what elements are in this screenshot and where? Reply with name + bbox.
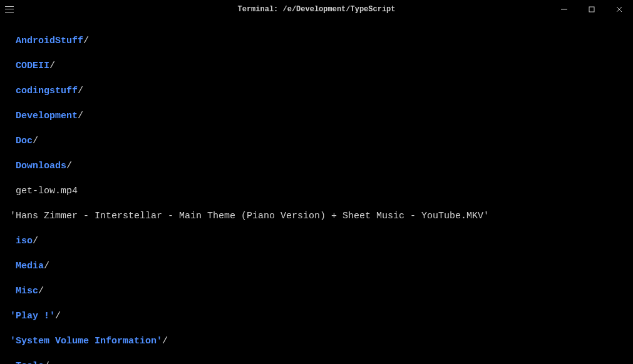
dir-entry: AndroidStuff: [16, 36, 83, 46]
listing-line: CODEII/: [10, 60, 623, 73]
terminal-output[interactable]: AndroidStuff/ CODEII/ codingstuff/ Devel…: [0, 19, 633, 364]
listing-line: codingstuff/: [10, 85, 623, 98]
window-controls: [555, 3, 628, 16]
listing-line: Development/: [10, 110, 623, 123]
dir-entry: iso: [16, 236, 33, 246]
titlebar: Terminal: /e/Development/TypeScript: [0, 0, 633, 19]
listing-line: Downloads/: [10, 160, 623, 173]
listing-line: Doc/: [10, 135, 623, 148]
close-button[interactable]: [610, 3, 628, 16]
listing-line: 'System Volume Information'/: [10, 335, 623, 348]
listing-line: AndroidStuff/: [10, 35, 623, 48]
listing-line: iso/: [10, 235, 623, 248]
listing-line: Misc/: [10, 285, 623, 298]
listing-line: 'Play !'/: [10, 310, 623, 323]
dir-entry: Doc: [16, 136, 33, 146]
dir-entry: Tools: [16, 361, 44, 364]
dir-entry: CODEII: [16, 61, 49, 71]
listing-line: 'Hans Zimmer - Interstellar - Main Theme…: [10, 210, 623, 223]
file-entry: get-low.mp4: [16, 186, 78, 196]
file-entry: 'Hans Zimmer - Interstellar - Main Theme…: [10, 211, 489, 221]
dir-entry: codingstuff: [16, 86, 78, 96]
maximize-button[interactable]: [583, 3, 600, 16]
window-title: Terminal: /e/Development/TypeScript: [237, 5, 395, 14]
dir-entry: Downloads: [16, 161, 66, 171]
listing-line: Media/: [10, 260, 623, 273]
dir-entry: 'Play !': [10, 311, 55, 321]
listing-line: get-low.mp4: [10, 185, 623, 198]
dir-entry: 'System Volume Information': [10, 336, 162, 346]
minimize-button[interactable]: [555, 3, 573, 16]
listing-line: Tools/: [10, 360, 623, 364]
svg-rect-1: [589, 7, 594, 12]
dir-entry: Media: [16, 261, 44, 271]
hamburger-menu-icon[interactable]: [5, 5, 14, 14]
dir-entry: Development: [16, 111, 78, 121]
dir-entry: Misc: [16, 286, 38, 296]
